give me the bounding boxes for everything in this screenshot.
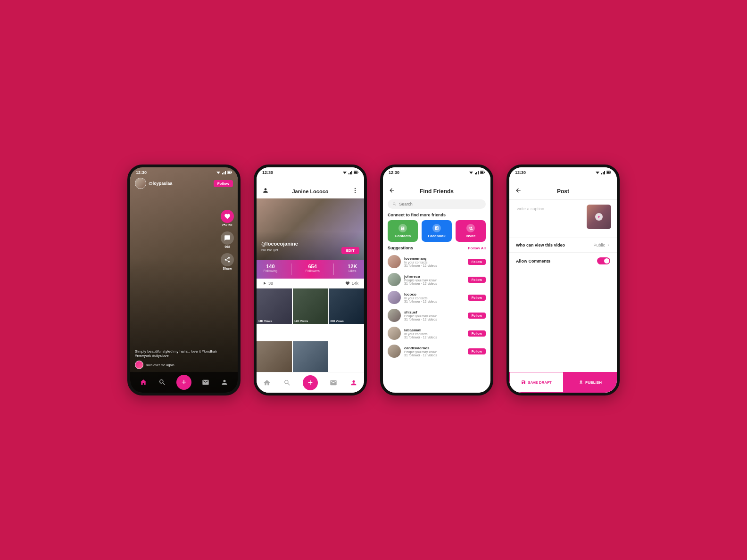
nav-search-2[interactable] xyxy=(282,378,292,387)
save-draft-button[interactable]: SAVE DRAFT xyxy=(509,372,564,393)
post-back-icon[interactable] xyxy=(515,187,522,196)
comment-action[interactable]: 968 xyxy=(221,231,234,248)
feed-avatar xyxy=(135,178,146,189)
friend-meta1-5: People you may know xyxy=(404,350,465,354)
feed-avatar-img xyxy=(135,178,146,189)
profile-header-name: Janine Lococo xyxy=(292,189,328,194)
stat-following: 140 Following xyxy=(264,264,278,275)
friend-name-2: lococo xyxy=(404,292,465,296)
play-icon-4 xyxy=(597,215,601,219)
following-num: 140 xyxy=(266,264,274,269)
search-icon-2 xyxy=(283,379,291,387)
phone-screen1: 12:30 @loypaulaa Follow xyxy=(127,165,241,395)
followers-label: Followers xyxy=(306,269,320,272)
like-action[interactable]: 252.5K xyxy=(221,210,234,227)
publish-button[interactable]: PUBLISH xyxy=(564,372,617,393)
video-thumbnail xyxy=(587,205,611,229)
grid-thumb-2[interactable]: 12K Views xyxy=(293,288,328,324)
nav-profile-1[interactable] xyxy=(220,378,229,387)
svg-rect-2 xyxy=(222,173,223,174)
grid-thumb-1[interactable]: 44K Views xyxy=(257,288,292,324)
nav-add-1[interactable]: + xyxy=(176,375,191,390)
allow-comments-row[interactable]: Allow Comments xyxy=(509,252,617,269)
friend-avatar-1 xyxy=(388,273,401,286)
likes-label: Likes xyxy=(349,269,356,272)
play-icon xyxy=(262,281,267,286)
battery-icon-1 xyxy=(227,170,232,175)
inbox-icon-2 xyxy=(330,379,337,387)
likes-tab[interactable]: 14k xyxy=(345,281,358,286)
feed-content: @loypaulaa Follow 252.5K xyxy=(130,167,238,393)
videos-count: 38 xyxy=(268,281,273,286)
like-count: 252.5K xyxy=(222,223,233,227)
public-value: Public xyxy=(593,243,605,247)
friend-follow-btn-1[interactable]: Follow xyxy=(468,277,486,283)
facebook-icon xyxy=(432,224,441,232)
music-note: Rain over me again ... xyxy=(146,363,178,367)
profile-more-icon[interactable] xyxy=(352,187,358,196)
profile-stats: 140 Following 654 Followers 12K Likes xyxy=(257,260,364,279)
stat-divider-1 xyxy=(291,264,291,275)
svg-rect-28 xyxy=(604,171,605,174)
friend-follow-btn-5[interactable]: Follow xyxy=(468,348,486,354)
friend-info-5: candisviernes People you may know 31 fol… xyxy=(404,346,465,357)
back-arrow-icon-4 xyxy=(515,187,522,194)
fb-icon xyxy=(434,226,439,231)
nav-search-1[interactable] xyxy=(158,378,167,387)
profile-edit-button[interactable]: EDIT xyxy=(341,247,359,254)
share-action[interactable]: Share xyxy=(221,253,234,270)
search-bar[interactable] xyxy=(388,199,486,209)
nav-profile-2[interactable] xyxy=(349,378,358,387)
nav-home-1[interactable] xyxy=(139,378,148,387)
share-circle xyxy=(221,253,234,266)
phone-screen2: 12:30 Janine Lococo @lococojanine N xyxy=(254,165,367,395)
friend-follow-btn-3[interactable]: Follow xyxy=(468,313,486,319)
nav-inbox-2[interactable] xyxy=(329,378,338,387)
facebook-button[interactable]: Facebook xyxy=(422,220,452,242)
nav-inbox-1[interactable] xyxy=(201,378,210,387)
wifi-icon-4 xyxy=(595,170,600,175)
home-icon-1 xyxy=(140,379,147,386)
feed-follow-button[interactable]: Follow xyxy=(214,180,233,187)
contacts-button[interactable]: Contacts xyxy=(388,220,418,242)
friend-follow-btn-4[interactable]: Follow xyxy=(468,330,486,337)
grid-thumb-4[interactable] xyxy=(257,341,292,377)
friend-meta2-1: 31 follower · 12 videos xyxy=(404,282,465,285)
time-4: 12:30 xyxy=(515,170,526,175)
friend-list: lovememarq In your contacts 31 follower … xyxy=(383,253,490,393)
stat-divider-2 xyxy=(333,264,334,275)
contacts-label: Contacts xyxy=(395,234,411,238)
follow-all-button[interactable]: Follow All xyxy=(468,246,486,250)
nav-home-2[interactable] xyxy=(262,378,272,387)
svg-point-17 xyxy=(355,192,356,193)
search-input[interactable] xyxy=(399,202,481,206)
wifi-icon-2 xyxy=(342,170,347,175)
profile-icon-2 xyxy=(350,379,357,387)
friend-name-1: johnreca xyxy=(404,274,465,279)
videos-tab[interactable]: 38 xyxy=(262,281,273,286)
phone-screen3: 12:30 Find Friends Connect to find more … xyxy=(380,165,493,395)
friend-item-0: lovememarq In your contacts 31 follower … xyxy=(383,253,490,271)
svg-rect-30 xyxy=(611,172,611,173)
find-back-icon[interactable] xyxy=(389,187,395,196)
nav-add-2[interactable]: + xyxy=(303,375,318,390)
grid-views-2: 12K Views xyxy=(294,320,308,322)
feed-username: @loypaulaa xyxy=(149,181,172,186)
grid-thumb-3[interactable]: 300 Views xyxy=(329,288,364,324)
friend-follow-btn-0[interactable]: Follow xyxy=(468,259,486,265)
friend-follow-btn-2[interactable]: Follow xyxy=(468,295,486,301)
friend-name-0: lovememarq xyxy=(404,256,465,261)
grid-thumb-5[interactable] xyxy=(293,341,328,377)
who-can-view-row[interactable]: Who can view this video Public xyxy=(509,238,617,252)
allow-comments-toggle[interactable] xyxy=(597,257,610,264)
invite-button[interactable]: Invite xyxy=(456,220,486,242)
caption-placeholder[interactable]: write a caption xyxy=(515,205,583,233)
friend-info-3: shizuef People you may know 31 follower … xyxy=(404,310,465,321)
friend-meta2-5: 31 follower · 12 videos xyxy=(404,354,465,357)
grid-views-3: 300 Views xyxy=(330,320,344,322)
profile-icon-1 xyxy=(221,379,228,386)
suggestions-label: Suggestions xyxy=(388,246,413,250)
friend-avatar-5 xyxy=(388,345,401,358)
svg-rect-31 xyxy=(607,172,610,173)
svg-rect-7 xyxy=(228,172,231,173)
